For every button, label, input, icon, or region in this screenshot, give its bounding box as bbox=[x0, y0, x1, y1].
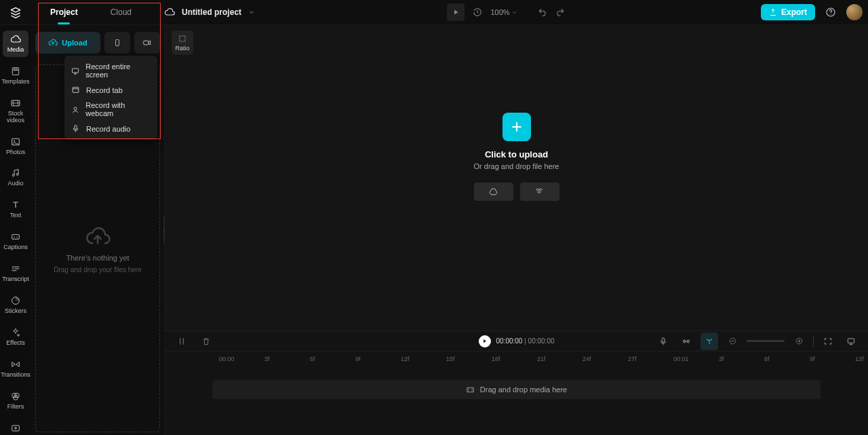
record-audio[interactable]: Record audio bbox=[64, 121, 157, 136]
ruler-tick: 21f bbox=[537, 356, 546, 362]
ruler-tick: 18f bbox=[492, 356, 500, 362]
empty-subtitle: Drag and drop your files here bbox=[54, 266, 142, 273]
preview-screen-button[interactable] bbox=[842, 333, 860, 350]
upload-title: Click to upload bbox=[485, 149, 548, 159]
rail-text[interactable]: Text bbox=[3, 196, 28, 223]
dropbox-button[interactable] bbox=[520, 183, 559, 201]
timeline: 00:00:00 | 00:00:00 bbox=[165, 330, 868, 435]
zoom-in-button[interactable] bbox=[790, 333, 808, 350]
record-menu: Record entire screen Record tab Record w… bbox=[64, 56, 157, 140]
rail-captions[interactable]: Captions bbox=[3, 228, 28, 254]
timeline-toolbar: 00:00:00 | 00:00:00 bbox=[165, 331, 868, 352]
upload-phone-button[interactable] bbox=[104, 32, 130, 54]
ruler-tick: 27f bbox=[628, 356, 637, 362]
svg-rect-2 bbox=[14, 69, 17, 71]
svg-rect-17 bbox=[144, 41, 149, 45]
delete-button[interactable] bbox=[197, 333, 215, 350]
rail-audio[interactable]: Audio bbox=[3, 164, 28, 191]
tab-cloud[interactable]: Cloud bbox=[94, 0, 148, 24]
divider bbox=[813, 336, 814, 347]
rail-filters[interactable]: Filters bbox=[3, 387, 28, 414]
chevron-down-icon[interactable] bbox=[248, 9, 255, 16]
split-button[interactable] bbox=[173, 333, 191, 350]
ruler-tick: 3f bbox=[264, 356, 270, 362]
preview-play-button[interactable] bbox=[447, 3, 465, 21]
fit-button[interactable] bbox=[819, 333, 837, 350]
svg-point-20 bbox=[74, 107, 77, 109]
rail-photos[interactable]: Photos bbox=[3, 133, 28, 159]
record-button[interactable] bbox=[134, 32, 160, 54]
svg-point-14 bbox=[15, 427, 17, 429]
rail-stock-videos[interactable]: Stock videos bbox=[3, 94, 28, 128]
ruler-tick: 12f bbox=[855, 356, 864, 362]
svg-rect-18 bbox=[73, 68, 79, 72]
google-drive-button[interactable] bbox=[474, 183, 513, 201]
record-webcam[interactable]: Record with webcam bbox=[64, 98, 157, 121]
cloud-icon bbox=[164, 7, 175, 18]
ruler-tick: 9f bbox=[810, 356, 815, 362]
export-button[interactable]: Export bbox=[761, 4, 815, 20]
svg-rect-19 bbox=[73, 88, 79, 93]
ruler-tick: 00:00 bbox=[219, 356, 235, 362]
rail-stickers[interactable]: Stickers bbox=[3, 292, 28, 318]
upload-button[interactable]: Upload bbox=[35, 32, 100, 54]
history-icon[interactable] bbox=[469, 3, 486, 21]
upload-subtitle: Or drag and drop file here bbox=[474, 162, 559, 170]
undo-button[interactable] bbox=[534, 3, 551, 21]
zoom-out-button[interactable] bbox=[724, 333, 741, 350]
svg-rect-26 bbox=[848, 338, 854, 342]
left-rail: Media Templates Stock videos Photos Audi… bbox=[0, 25, 31, 435]
ruler-tick: 15f bbox=[446, 356, 455, 362]
zoom-slider[interactable] bbox=[747, 340, 785, 342]
rail-transitions[interactable]: Transitions bbox=[3, 356, 28, 382]
help-icon[interactable] bbox=[822, 3, 840, 21]
svg-rect-21 bbox=[75, 126, 77, 130]
timecode: 00:00:00 | 00:00:00 bbox=[496, 337, 554, 345]
svg-rect-8 bbox=[12, 235, 20, 240]
ruler-tick: 9f bbox=[355, 356, 361, 362]
svg-point-7 bbox=[16, 174, 18, 176]
empty-title: There's nothing yet bbox=[66, 254, 129, 262]
ruler-tick: 12f bbox=[401, 356, 410, 362]
ratio-button[interactable]: Ratio bbox=[172, 31, 193, 55]
rail-templates[interactable]: Templates bbox=[3, 62, 28, 89]
ruler-tick: 3f bbox=[719, 356, 724, 362]
track-dropzone[interactable]: Drag and drop media here bbox=[212, 380, 821, 399]
zoom-level[interactable]: 100% bbox=[490, 8, 517, 16]
voiceover-button[interactable] bbox=[654, 333, 672, 350]
svg-point-6 bbox=[12, 174, 14, 176]
rail-transcript[interactable]: Transcript bbox=[3, 260, 28, 286]
timeline-ruler[interactable]: 00:003f6f9f12f15f18f21f24f27f00:013f6f9f… bbox=[165, 352, 868, 366]
svg-rect-23 bbox=[662, 337, 665, 341]
tab-project[interactable]: Project bbox=[34, 0, 94, 24]
project-title[interactable]: Untitled project bbox=[182, 7, 241, 17]
app-logo[interactable] bbox=[5, 2, 26, 22]
ruler-tick: 24f bbox=[583, 356, 591, 362]
record-entire-screen[interactable]: Record entire screen bbox=[64, 59, 157, 82]
svg-point-5 bbox=[14, 140, 15, 141]
ruler-tick: 00:01 bbox=[673, 356, 689, 362]
timeline-play-button[interactable] bbox=[478, 335, 490, 347]
rail-media[interactable]: Media bbox=[3, 31, 28, 57]
svg-rect-22 bbox=[180, 36, 185, 41]
ruler-tick: 6f bbox=[310, 356, 315, 362]
canvas: Ratio Click to upload Or drag and drop f… bbox=[165, 25, 868, 330]
rail-effects[interactable]: Effects bbox=[3, 324, 28, 350]
ruler-tick: 6f bbox=[764, 356, 770, 362]
avatar[interactable] bbox=[846, 4, 863, 20]
svg-rect-13 bbox=[12, 425, 20, 431]
record-tab[interactable]: Record tab bbox=[64, 82, 157, 98]
redo-button[interactable] bbox=[551, 3, 569, 21]
upload-tile[interactable] bbox=[502, 113, 531, 141]
rail-brand[interactable] bbox=[3, 419, 28, 435]
svg-point-16 bbox=[117, 45, 118, 45]
topbar: Project Cloud Untitled project 100% bbox=[0, 0, 868, 25]
snap-button[interactable] bbox=[677, 333, 695, 350]
magnet-button[interactable] bbox=[701, 333, 718, 350]
svg-rect-27 bbox=[467, 387, 473, 392]
